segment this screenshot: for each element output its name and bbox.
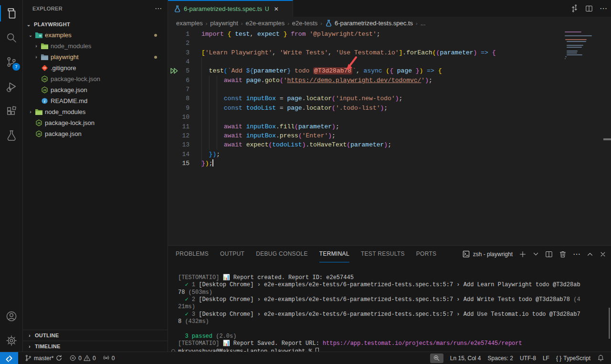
branch-icon bbox=[25, 354, 32, 362]
breadcrumb: examples›playwright›e2e-examples›e2e-tes… bbox=[168, 17, 611, 30]
panel-tab-debug-console[interactable]: DEBUG CONSOLE bbox=[256, 246, 308, 262]
sync-icon bbox=[55, 354, 63, 362]
breadcrumb-item[interactable]: ... bbox=[421, 20, 426, 27]
settings-gear-icon[interactable] bbox=[0, 329, 23, 352]
panel-tab-problems[interactable]: PROBLEMS bbox=[176, 246, 209, 262]
explorer-more-actions-icon[interactable]: ⋯ bbox=[155, 4, 162, 13]
tree-item-label: package-lock.json bbox=[45, 119, 95, 126]
code-line: await expect(todoList).toHaveText(parame… bbox=[201, 140, 391, 149]
panel-more-actions-icon[interactable]: ⋯ bbox=[573, 250, 580, 259]
source-control-icon[interactable]: 7 bbox=[0, 51, 23, 73]
bell-icon bbox=[597, 354, 604, 362]
panel-tab-ports[interactable]: PORTS bbox=[416, 246, 437, 262]
maximize-panel-icon[interactable] bbox=[587, 251, 593, 258]
tree-item--gitignore[interactable]: .gitignore bbox=[23, 62, 168, 73]
indentation-item[interactable]: Spaces: 2 bbox=[485, 353, 516, 364]
tree-item-label: examples bbox=[45, 31, 72, 39]
screencast-zoom-item[interactable] bbox=[427, 353, 446, 364]
git-branch-item[interactable]: master* bbox=[22, 353, 65, 364]
run-debug-icon[interactable] bbox=[0, 75, 23, 98]
problems-item[interactable]: 0 0 bbox=[66, 353, 98, 364]
scm-badge: 7 bbox=[12, 63, 20, 71]
tab-6-parametrized-tests[interactable]: 6-parametrized-tests.spec.ts U ✕ bbox=[168, 0, 293, 17]
chevron-down-icon: ⌄ bbox=[25, 22, 32, 27]
nodejs-icon: JS bbox=[40, 86, 49, 94]
chevron-down-icon: ⌄ bbox=[27, 32, 34, 38]
timeline-section[interactable]: › TIMELINE bbox=[23, 341, 168, 352]
explorer-icon[interactable] bbox=[0, 2, 23, 25]
language-mode-item[interactable]: { } TypeScript bbox=[553, 353, 593, 364]
line-number: 13 bbox=[168, 140, 190, 149]
terminal-icon bbox=[463, 250, 470, 258]
line-number: 12 bbox=[168, 131, 190, 140]
new-terminal-icon[interactable] bbox=[519, 250, 527, 258]
line-number: 4 bbox=[168, 57, 190, 66]
panel-tab-test-results[interactable]: TEST RESULTS bbox=[361, 246, 405, 262]
tab-close-icon[interactable]: ✕ bbox=[274, 6, 279, 12]
ports-item[interactable]: 0 bbox=[100, 353, 118, 364]
tree-item-examples[interactable]: ⌄examples bbox=[23, 30, 168, 41]
outline-section[interactable]: › OUTLINE bbox=[23, 330, 168, 341]
terminal-line: ✓ 3 [Desktop Chrome] › e2e-examples/e2e-… bbox=[178, 311, 604, 318]
terminal-dropdown-icon[interactable] bbox=[533, 251, 539, 257]
panel-tab-terminal[interactable]: TERMINAL bbox=[319, 246, 349, 262]
extensions-icon[interactable] bbox=[0, 100, 23, 123]
split-terminal-icon[interactable] bbox=[545, 250, 553, 258]
svg-text:JS: JS bbox=[43, 89, 46, 92]
nodejs-icon: JS bbox=[40, 75, 49, 83]
terminal-scrollbar[interactable] bbox=[609, 308, 610, 339]
breadcrumb-separator: › bbox=[320, 21, 322, 26]
test-file-icon bbox=[325, 20, 332, 27]
breadcrumb-item[interactable]: playwright bbox=[210, 20, 238, 27]
editor-more-actions-icon[interactable]: ⋯ bbox=[600, 4, 607, 13]
terminal-line: [TESTOMATIO] 📊 Report Saved. Report URL:… bbox=[178, 340, 604, 347]
terminal-output[interactable]: [TESTOMATIO] 📊 Report created. Report ID… bbox=[168, 262, 611, 352]
encoding-item[interactable]: UTF-8 bbox=[517, 353, 539, 364]
tree-item-readme-md[interactable]: iREADME.md bbox=[23, 95, 168, 106]
tree-item-package-lock-json[interactable]: JSpackage-lock.json bbox=[23, 73, 168, 84]
panel-tab-output[interactable]: OUTPUT bbox=[220, 246, 244, 262]
test-file-icon bbox=[174, 5, 181, 12]
breadcrumb-separator: › bbox=[416, 21, 418, 26]
breadcrumb-item[interactable]: 6-parametrized-tests.spec.ts bbox=[325, 20, 413, 27]
tab-bar: 6-parametrized-tests.spec.ts U ✕ ⋯ bbox=[168, 0, 611, 17]
kill-terminal-icon[interactable] bbox=[559, 250, 567, 258]
tree-item-label: package.json bbox=[45, 130, 82, 137]
account-icon[interactable] bbox=[0, 305, 23, 328]
breadcrumb-item[interactable]: examples bbox=[176, 20, 203, 27]
breadcrumb-separator: › bbox=[287, 21, 289, 26]
breadcrumb-item[interactable]: e2e-tests bbox=[292, 20, 317, 27]
overview-ruler-cursor bbox=[603, 138, 611, 140]
tree-item-package-json[interactable]: JSpackage.json bbox=[23, 128, 168, 139]
svg-text:JS: JS bbox=[37, 122, 41, 125]
remote-indicator[interactable] bbox=[0, 352, 18, 364]
cursor-position-item[interactable]: Ln 15, Col 4 bbox=[447, 353, 484, 364]
tree-item-package-json[interactable]: JSpackage.json bbox=[23, 84, 168, 95]
eol-item[interactable]: LF bbox=[540, 353, 552, 364]
tree-item-node-modules[interactable]: ›node_modules bbox=[23, 106, 168, 117]
tree-item-node-modules[interactable]: ›node_modules bbox=[23, 41, 168, 52]
terminal-line: 78 (503ms) bbox=[178, 289, 604, 296]
tree-item-playwright[interactable]: ›playwright bbox=[23, 52, 168, 62]
terminal-instance[interactable]: zsh - playwright bbox=[463, 250, 513, 258]
nodejs-icon: JS bbox=[34, 130, 43, 137]
testing-icon[interactable] bbox=[0, 124, 23, 147]
tree-item-package-lock-json[interactable]: JSpackage-lock.json bbox=[23, 117, 168, 128]
file-tree: ⌄examples›node_modules›playwright.gitign… bbox=[23, 30, 168, 139]
workspace-section-header[interactable]: ⌄ PLAYWRIGHT bbox=[25, 19, 168, 30]
gitignore-icon bbox=[40, 64, 49, 72]
line-number: 10 bbox=[168, 113, 190, 122]
split-editor-icon[interactable] bbox=[585, 5, 593, 12]
warnings-count: 0 bbox=[93, 355, 96, 362]
sync-tests-icon[interactable] bbox=[570, 4, 579, 12]
modified-dot bbox=[154, 56, 157, 59]
search-icon[interactable] bbox=[0, 26, 23, 49]
code-line: await page.goto('https://demo.playwright… bbox=[201, 76, 432, 85]
notifications-item[interactable] bbox=[594, 353, 607, 364]
sidebar-title: EXPLORER bbox=[32, 6, 155, 11]
line-number: 11 bbox=[168, 122, 190, 131]
terminal-line: ✓ 1 [Desktop Chrome] › e2e-examples/e2e-… bbox=[178, 281, 604, 289]
close-panel-icon[interactable] bbox=[600, 251, 606, 258]
tree-item-label: README.md bbox=[51, 97, 87, 104]
breadcrumb-item[interactable]: e2e-examples bbox=[246, 20, 285, 27]
